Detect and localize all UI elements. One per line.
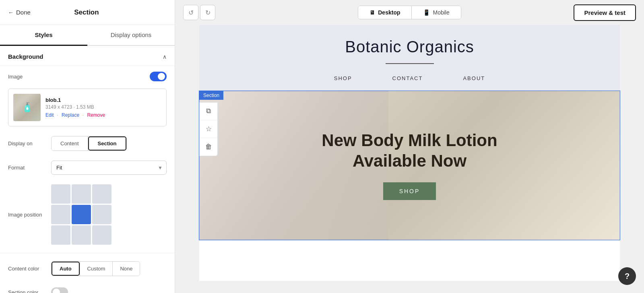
redo-button[interactable]: ↻ — [200, 5, 215, 20]
sep2: · — [83, 112, 84, 118]
background-section-header: Background ∧ — [0, 46, 175, 66]
site-title-divider — [386, 63, 434, 64]
done-label: Done — [16, 9, 31, 16]
format-label: Format — [8, 165, 46, 171]
pos-1-1[interactable] — [72, 205, 91, 224]
content-color-btn-group: Auto Custom None — [51, 261, 140, 276]
image-toggle[interactable] — [150, 72, 167, 81]
help-button[interactable]: ? — [618, 267, 636, 285]
image-position-row: Image position — [0, 180, 175, 250]
image-card: 🧴 blob.1 3149 x 4723 · 1.53 MB Edit · Re… — [8, 89, 167, 126]
desktop-icon: 🖥 — [369, 9, 375, 16]
pos-0-0[interactable] — [51, 184, 70, 204]
section-color-label: Section color — [8, 289, 46, 293]
pos-2-2[interactable] — [92, 225, 111, 245]
content-color-row: Content color Auto Custom None — [0, 256, 175, 282]
section-color-row: Section color — [0, 282, 175, 293]
toggle-wrap — [150, 72, 167, 81]
display-on-content-btn[interactable]: Content — [52, 136, 88, 151]
favorite-btn[interactable]: ☆ — [200, 120, 217, 138]
tab-styles[interactable]: Styles — [0, 25, 87, 46]
nav-shop[interactable]: SHOP — [334, 75, 352, 81]
hero-text1: New Body Milk Lotion — [322, 130, 497, 151]
format-select[interactable]: Fit Fill Tile Stretch — [51, 161, 167, 175]
image-dimensions: 3149 x 4723 — [45, 104, 72, 110]
image-thumb-inner: 🧴 — [13, 94, 41, 121]
float-toolbar: ⧉ ☆ 🗑 — [199, 102, 218, 156]
left-panel: ← Done Section Styles Display options Ba… — [0, 0, 175, 293]
pos-1-2[interactable] — [92, 205, 111, 224]
format-row: Format Fit Fill Tile Stretch ▼ — [0, 155, 175, 180]
image-thumbnail: 🧴 — [13, 94, 41, 121]
section-color-toggle[interactable] — [51, 287, 68, 293]
content-color-custom-btn[interactable]: Custom — [80, 262, 113, 276]
pos-0-1[interactable] — [72, 184, 91, 204]
website-preview: Botanic Organics SHOP CONTACT ABOUT Sect… — [199, 25, 620, 281]
device-toggle: 🖥 Desktop 📱 Mobile — [358, 6, 461, 19]
display-on-section-btn[interactable]: Section — [88, 136, 126, 151]
image-name: blob.1 — [45, 97, 161, 103]
image-label: Image — [8, 74, 46, 80]
site-title: Botanic Organics — [223, 38, 596, 56]
desktop-label: Desktop — [378, 9, 400, 16]
toolbar-left: ↺ ↻ — [183, 5, 215, 20]
mobile-icon: 📱 — [423, 9, 430, 16]
done-button[interactable]: ← Done — [8, 9, 31, 16]
pos-0-2[interactable] — [92, 184, 111, 204]
image-meta: 3149 x 4723 · 1.53 MB — [45, 104, 161, 110]
pos-1-0[interactable] — [51, 205, 70, 224]
back-arrow-icon: ← — [8, 9, 14, 16]
mobile-label: Mobile — [433, 9, 449, 16]
image-remove-link[interactable]: Remove — [87, 112, 105, 118]
image-edit-link[interactable]: Edit — [45, 112, 54, 118]
content-color-label: Content color — [8, 266, 46, 272]
preview-area: Botanic Organics SHOP CONTACT ABOUT Sect… — [175, 25, 644, 293]
hero-content: New Body Milk Lotion Available Now SHOP — [322, 130, 497, 200]
collapse-icon[interactable]: ∧ — [163, 54, 167, 60]
tab-display-options[interactable]: Display options — [87, 25, 175, 46]
pos-2-0[interactable] — [51, 225, 70, 245]
display-on-row: Display on Content Section — [0, 132, 175, 155]
preview-test-button[interactable]: Preview & test — [574, 4, 636, 21]
sep1: · — [57, 112, 58, 118]
position-grid — [51, 184, 111, 245]
panel-title: Section — [74, 8, 99, 17]
site-nav: SHOP CONTACT ABOUT — [223, 75, 596, 81]
copy-btn[interactable]: ⧉ — [200, 103, 217, 120]
nav-about[interactable]: ABOUT — [463, 75, 485, 81]
divider-1 — [0, 253, 175, 253]
hero-text2: Available Now — [322, 151, 497, 171]
right-panel: ↺ ↻ 🖥 Desktop 📱 Mobile Preview & test Bo… — [175, 0, 644, 293]
section-indicator: Section — [199, 91, 223, 100]
hero-shop-button[interactable]: SHOP — [383, 182, 436, 200]
image-info: blob.1 3149 x 4723 · 1.53 MB Edit · Repl… — [45, 97, 161, 118]
image-replace-link[interactable]: Replace — [62, 112, 79, 118]
mobile-btn[interactable]: 📱 Mobile — [411, 6, 460, 19]
content-color-auto-btn[interactable]: Auto — [52, 262, 80, 276]
format-select-wrap: Fit Fill Tile Stretch ▼ — [51, 161, 167, 175]
background-title: Background — [8, 53, 43, 60]
image-size: 1.53 MB — [76, 104, 94, 110]
desktop-btn[interactable]: 🖥 Desktop — [358, 6, 411, 19]
image-toggle-row: Image — [0, 66, 175, 87]
display-on-label: Display on — [8, 140, 46, 146]
toolbar: ↺ ↻ 🖥 Desktop 📱 Mobile Preview & test — [175, 0, 644, 25]
image-position-label: Image position — [8, 212, 46, 218]
display-on-toggle-group: Content Section — [51, 136, 127, 151]
pos-2-1[interactable] — [72, 225, 91, 245]
panel-content: Background ∧ Image 🧴 blob.1 3149 x 4723 … — [0, 46, 175, 293]
site-header: Botanic Organics SHOP CONTACT ABOUT — [199, 25, 620, 91]
site-hero: Section ⧉ ☆ 🗑 New Body Milk Lotion Avail… — [199, 91, 620, 240]
image-actions: Edit · Replace · Remove — [45, 112, 161, 118]
tabs-container: Styles Display options — [0, 25, 175, 46]
delete-btn[interactable]: 🗑 — [200, 138, 217, 156]
content-color-none-btn[interactable]: None — [112, 262, 140, 276]
top-bar: ← Done Section — [0, 0, 175, 25]
nav-contact[interactable]: CONTACT — [392, 75, 423, 81]
undo-button[interactable]: ↺ — [183, 5, 198, 20]
